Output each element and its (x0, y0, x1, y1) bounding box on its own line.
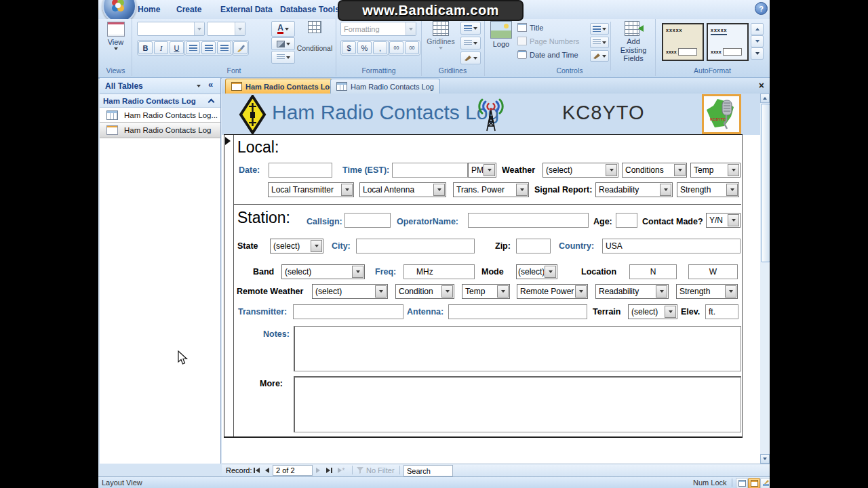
percent-button[interactable]: % (357, 41, 372, 54)
remote-readability-combo[interactable]: Readability (595, 284, 669, 299)
align-left-button[interactable] (186, 41, 200, 54)
country-input[interactable]: USA (602, 239, 741, 253)
help-button[interactable]: ? (755, 2, 768, 15)
chevron-down-icon[interactable] (728, 214, 739, 226)
nav-pane-header[interactable]: All Tables « (100, 78, 220, 94)
scroll-down-button[interactable] (760, 454, 770, 464)
chevron-down-icon[interactable] (194, 22, 204, 35)
local-temp-combo[interactable]: Temp (690, 163, 741, 178)
chevron-down-icon[interactable] (341, 184, 353, 196)
next-record-button[interactable] (313, 466, 323, 475)
control-line-style-button[interactable] (590, 37, 609, 48)
mode-combo[interactable]: (select) (516, 264, 557, 279)
chevron-down-icon[interactable] (375, 285, 387, 298)
chevron-down-icon[interactable] (575, 285, 587, 298)
band-combo[interactable]: (select) (281, 264, 365, 279)
grid-style-button[interactable] (460, 37, 481, 49)
location-n-input[interactable]: N (629, 264, 677, 279)
control-line-weight-button[interactable] (590, 23, 609, 35)
page-numbers-button[interactable]: Page Numbers (517, 37, 579, 45)
scroll-up-button[interactable] (760, 94, 770, 103)
currency-button[interactable]: $ (342, 41, 356, 54)
alternate-fill-color-button[interactable] (271, 51, 295, 64)
chevron-down-icon[interactable] (235, 22, 245, 35)
italic-button[interactable]: I (154, 41, 168, 54)
chevron-down-icon[interactable] (656, 285, 667, 298)
contact-made-combo[interactable]: Y/N (706, 213, 741, 228)
date-and-time-button[interactable]: Date and Time (517, 50, 578, 59)
collapse-group-icon[interactable] (208, 99, 215, 106)
local-strength-combo[interactable]: Strength (677, 182, 739, 197)
form-view-button[interactable] (736, 478, 748, 488)
date-input[interactable] (269, 163, 332, 178)
local-transmitter-combo[interactable]: Local Transmitter (268, 182, 354, 197)
previous-record-button[interactable] (262, 466, 272, 475)
close-document-icon[interactable]: × (759, 80, 764, 91)
chevron-down-icon[interactable] (674, 164, 686, 176)
more-textarea[interactable] (294, 376, 741, 432)
font-name-combo[interactable] (137, 22, 205, 36)
callsign-input[interactable] (344, 213, 391, 228)
nav-group-header[interactable]: Ham Radio Contacts Log (100, 94, 220, 108)
chevron-down-icon[interactable] (406, 22, 416, 35)
chevron-down-icon[interactable] (433, 184, 445, 196)
remote-strength-combo[interactable]: Strength (676, 284, 738, 299)
conditions-combo[interactable]: Conditions (622, 163, 687, 178)
record-position-box[interactable]: 2 of 2 (273, 465, 313, 476)
chevron-down-icon[interactable] (484, 164, 495, 176)
font-size-combo[interactable] (207, 22, 245, 36)
vertical-scrollbar[interactable] (760, 94, 770, 464)
city-input[interactable] (356, 239, 475, 253)
search-input[interactable]: Search (403, 465, 453, 476)
chevron-down-icon[interactable] (660, 184, 671, 196)
sidebar-item-table[interactable]: Ham Radio Contacts Log... (100, 108, 220, 122)
remote-power-combo[interactable]: Remote Power (517, 284, 588, 299)
decrease-decimals-button[interactable]: 00 (405, 41, 419, 54)
elev-input[interactable]: ft. (705, 304, 738, 319)
autoformat-style-1[interactable]: xxxxx xxxx (662, 23, 704, 61)
remote-temp-combo[interactable]: Temp (462, 284, 510, 299)
trans-power-combo[interactable]: Trans. Power (453, 182, 529, 197)
remote-weather-combo[interactable]: (select) (312, 284, 388, 299)
operator-name-input[interactable] (468, 213, 589, 228)
station-logo-image[interactable]: KC8YTO (702, 94, 741, 134)
last-record-button[interactable] (323, 466, 334, 475)
autoformat-scroll-down-button[interactable] (751, 35, 764, 47)
format-painter-button[interactable] (233, 41, 248, 54)
transmitter-input[interactable] (293, 304, 403, 319)
chevron-down-icon[interactable] (728, 164, 739, 176)
ampm-combo[interactable]: PM (468, 163, 496, 178)
doc-tab-form[interactable]: Ham Radio Contacts Log (225, 79, 340, 94)
conditional-button[interactable]: Conditional (296, 21, 334, 52)
new-record-button[interactable]: * (335, 466, 347, 475)
chevron-down-icon[interactable] (311, 240, 322, 252)
design-view-button[interactable] (760, 478, 770, 488)
ribbon-tab-database-tools[interactable]: Database Tools (280, 5, 340, 14)
gridlines-button[interactable]: Gridlines (425, 21, 457, 49)
autoformat-scroll-up-button[interactable] (751, 23, 764, 35)
view-button[interactable]: View (103, 22, 128, 50)
chevron-down-icon[interactable] (497, 285, 509, 298)
chevron-down-icon[interactable] (725, 285, 736, 298)
chevron-down-icon[interactable] (441, 285, 453, 298)
logo-button[interactable]: Logo (488, 21, 515, 48)
grid-color-button[interactable] (460, 52, 481, 64)
first-record-button[interactable] (251, 466, 262, 475)
condition-combo[interactable]: Condition (395, 284, 454, 299)
time-input[interactable] (392, 163, 468, 178)
notes-textarea[interactable] (294, 326, 741, 371)
formatting-combo[interactable]: Formatting (340, 22, 416, 36)
location-w-input[interactable]: W (688, 264, 738, 279)
underline-button[interactable]: U (170, 41, 184, 54)
local-readability-combo[interactable]: Readability (595, 182, 673, 197)
chevron-down-icon[interactable] (545, 266, 556, 278)
align-center-button[interactable] (201, 41, 216, 54)
chevron-down-icon[interactable] (665, 306, 676, 318)
scrollbar-thumb[interactable] (761, 104, 770, 262)
antenna-input[interactable] (448, 304, 587, 319)
ribbon-tab-home[interactable]: Home (138, 5, 160, 14)
nav-pane-menu-icon[interactable] (197, 85, 201, 87)
chevron-down-icon[interactable] (516, 184, 528, 196)
age-input[interactable] (616, 213, 637, 228)
doc-tab-table[interactable]: Ham Radio Contacts Log (330, 79, 440, 94)
